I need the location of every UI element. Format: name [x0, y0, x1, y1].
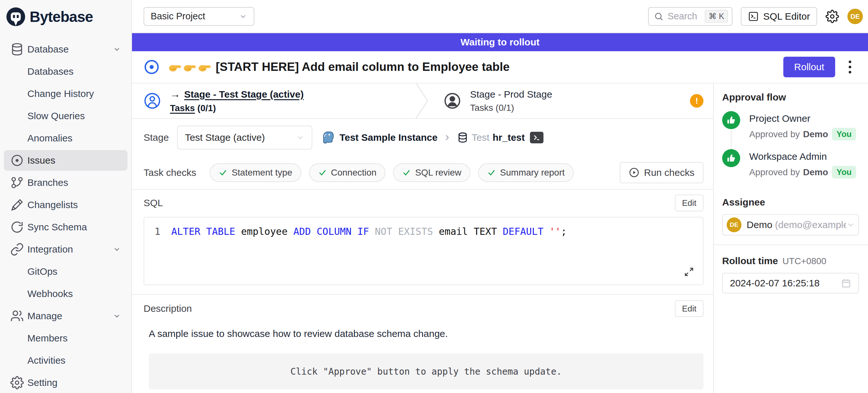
settings-gear-icon[interactable] [826, 10, 839, 23]
database-icon [10, 42, 24, 56]
chevron-down-icon [239, 12, 247, 21]
sidebar-item-activities[interactable]: Activities [4, 350, 127, 371]
sidebar-item-branches[interactable]: Branches [4, 172, 127, 193]
check-pill-connection[interactable]: Connection [309, 163, 386, 182]
description-title: Description [144, 303, 192, 314]
right-panel: Approval flow Project Owner Approved by … [713, 84, 868, 393]
sidebar-item-manage[interactable]: Manage [4, 306, 127, 326]
rollout-time-input[interactable]: 2024-02-07 16:25:18 [722, 273, 859, 294]
chevron-right-icon [443, 133, 452, 142]
users-icon [10, 309, 24, 323]
issue-icon [10, 154, 24, 167]
line-number: 1 [144, 226, 171, 237]
check-pill-summary-report[interactable]: Summary report [478, 163, 574, 182]
panel-divider [714, 244, 868, 245]
project-selector[interactable]: Basic Project [144, 7, 254, 26]
check-pill-statement-type[interactable]: Statement type [210, 163, 301, 182]
terminal-icon [748, 11, 759, 22]
rollout-button[interactable]: Rollout [783, 57, 835, 77]
sync-icon [10, 220, 24, 234]
status-banner-text: Waiting to rollout [460, 37, 539, 48]
user-avatar[interactable]: DE [847, 9, 863, 24]
sidebar-item-slow-queries[interactable]: Slow Queries [4, 105, 127, 126]
topbar: Basic Project Search ⌘ K SQL Editor DE [132, 0, 868, 33]
database-icon [457, 132, 468, 143]
sql-code-line: 1ALTER TABLE employee ADD COLUMN IF NOT … [144, 217, 703, 237]
sidebar-item-changelists[interactable]: Changelists [4, 194, 127, 215]
sidebar-item-label: Database [27, 44, 69, 55]
sidebar-item-change-history[interactable]: Change History [4, 84, 127, 104]
branch-icon [10, 176, 24, 189]
sidebar-item-webhooks[interactable]: Webhooks [4, 283, 127, 304]
expand-fullscreen-icon[interactable] [684, 266, 694, 277]
changelist-icon [10, 198, 24, 212]
description-note-text: Click "Approve" button to apply the sche… [290, 366, 562, 377]
stage-select[interactable]: Test Stage (active) [177, 126, 312, 149]
sidebar: Bytebase Database Databases Change Histo… [0, 0, 132, 393]
sidebar-item-integration[interactable]: Integration [4, 239, 127, 260]
check-icon [487, 168, 496, 177]
stage-person-icon [444, 92, 461, 110]
sql-code-editor[interactable]: 1ALTER TABLE employee ADD COLUMN IF NOT … [144, 217, 704, 285]
search-placeholder: Search [668, 11, 697, 22]
description-edit-button[interactable]: Edit [675, 300, 704, 317]
stage-header-row: →Stage - Test Stage (active) Tasks (0/1)… [132, 84, 713, 119]
brand-name: Bytebase [30, 8, 93, 26]
issue-title-row: [START HERE] Add email column to Employe… [132, 51, 868, 84]
check-icon [402, 168, 411, 177]
assignee-select[interactable]: DE Demo (demo@example [722, 214, 859, 236]
approval-flow-title: Approval flow [722, 92, 859, 103]
database-name[interactable]: hr_test [493, 132, 525, 143]
chevron-down-icon [113, 245, 121, 253]
approved-thumbs-up-icon [722, 149, 740, 167]
tasks-link[interactable]: Tasks [170, 103, 195, 113]
chevron-down-icon [296, 133, 305, 142]
pointing-right-emoji [183, 61, 197, 73]
check-icon [219, 168, 227, 177]
sidebar-item-members[interactable]: Members [4, 328, 127, 349]
stage-person-icon [144, 92, 161, 110]
status-banner: Waiting to rollout [132, 33, 868, 51]
chevron-down-icon [846, 220, 855, 229]
open-sql-editor-icon[interactable] [530, 132, 544, 143]
stage-label: Stage [144, 132, 169, 143]
sql-section: SQL Edit 1ALTER TABLE employee ADD COLUM… [132, 190, 713, 285]
calendar-icon[interactable] [841, 278, 851, 288]
project-selector-value: Basic Project [151, 11, 205, 22]
postgresql-icon [321, 130, 335, 145]
run-checks-button[interactable]: Run checks [620, 162, 704, 183]
instance-name[interactable]: Test Sample Instance [339, 132, 438, 143]
sidebar-item-databases[interactable]: Databases [4, 61, 127, 82]
approval-step-project-owner: Project Owner Approved by Demo You [722, 111, 859, 149]
rollout-timezone: UTC+0800 [782, 256, 826, 266]
approved-thumbs-up-icon [722, 111, 740, 129]
chevron-down-icon [113, 312, 121, 320]
brand-logo[interactable]: Bytebase [0, 0, 131, 33]
gear-icon [10, 376, 24, 389]
sql-editor-button[interactable]: SQL Editor [741, 7, 817, 26]
search-input[interactable]: Search ⌘ K [648, 7, 733, 26]
stage-tab-test[interactable]: →Stage - Test Stage (active) Tasks (0/1) [132, 88, 415, 113]
sidebar-item-issues[interactable]: Issues [4, 150, 127, 171]
sidebar-item-database[interactable]: Database [4, 39, 127, 60]
task-checks-row: Task checks Statement type Connection SQ… [132, 156, 713, 190]
sidebar-nav: Database Databases Change History Slow Q… [0, 33, 131, 393]
assignee-avatar: DE [727, 217, 741, 232]
sidebar-item-sync-schema[interactable]: Sync Schema [4, 217, 127, 237]
assignee-title: Assignee [722, 197, 859, 208]
environment-name: Test [472, 132, 489, 143]
sql-edit-button[interactable]: Edit [675, 194, 704, 211]
more-options-icon[interactable] [849, 61, 851, 73]
bytebase-logo-icon [6, 7, 26, 27]
active-stage-arrow-icon: → [170, 88, 180, 100]
description-section: Description Edit A sample issue to showc… [132, 295, 713, 389]
sql-section-title: SQL [144, 198, 163, 208]
check-pill-sql-review[interactable]: SQL review [393, 163, 470, 182]
sidebar-item-anomalies[interactable]: Anomalies [4, 128, 127, 149]
sidebar-item-setting[interactable]: Setting [4, 372, 127, 393]
stage-tab-prod[interactable]: Stage - Prod Stage Tasks (0/1) [429, 89, 690, 113]
check-icon [318, 168, 327, 177]
sidebar-item-gitops[interactable]: GitOps [4, 261, 127, 282]
pointing-right-emoji [198, 61, 212, 73]
you-badge: You [832, 128, 856, 141]
